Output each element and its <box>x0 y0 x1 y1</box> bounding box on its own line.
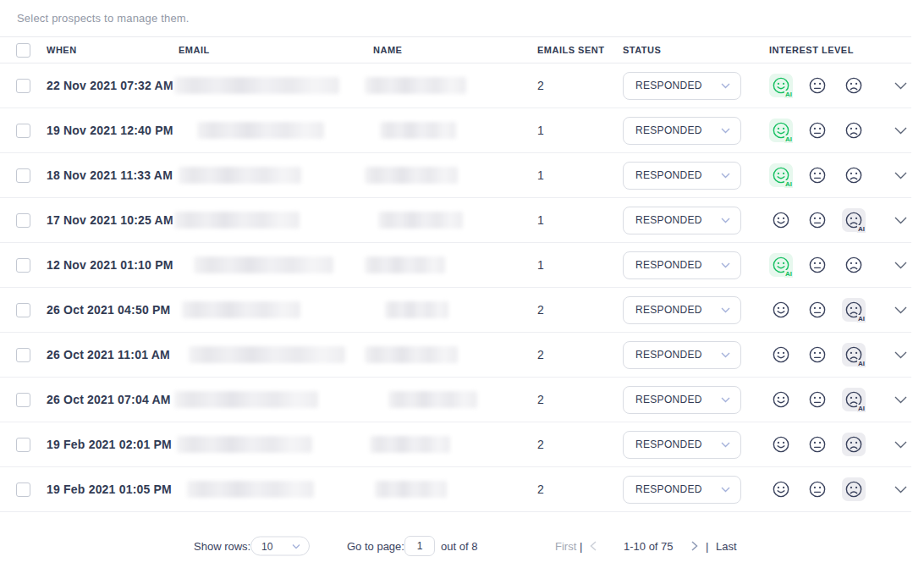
table-header-row: WHEN EMAIL NAME EMAILS SENT STATUS INTER… <box>0 36 911 63</box>
chevron-down-icon <box>292 543 300 549</box>
status-dropdown[interactable]: RESPONDED <box>623 251 741 279</box>
status-dropdown[interactable]: RESPONDED <box>623 162 741 190</box>
table-row: 26 Oct 2021 07:04 AM 2 RESPONDED AI <box>0 378 911 422</box>
page-subtitle: Select prospects to manage them. <box>17 12 190 25</box>
page-number-input[interactable] <box>404 536 435 556</box>
neutral-icon[interactable]: AI <box>806 433 829 456</box>
row-checkbox[interactable] <box>16 168 30 183</box>
next-page-icon[interactable] <box>691 541 698 551</box>
interested-icon[interactable]: AI <box>769 343 793 367</box>
interested-icon[interactable]: AI <box>769 163 793 187</box>
table-row: 12 Nov 2021 01:10 PM 1 RESPONDED AI <box>0 243 911 288</box>
previous-page-icon[interactable] <box>590 541 597 551</box>
interested-icon[interactable]: AI <box>769 119 793 142</box>
interested-icon[interactable]: AI <box>769 253 793 277</box>
emails-sent-cell: 2 <box>537 303 544 317</box>
status-value: RESPONDED <box>635 483 702 495</box>
not-interested-icon[interactable]: AI <box>842 208 866 232</box>
emails-sent-cell: 2 <box>537 393 544 406</box>
interested-icon[interactable]: AI <box>769 208 793 232</box>
chevron-down-icon <box>721 173 730 179</box>
rows-per-page-dropdown[interactable]: 10 <box>250 537 310 556</box>
row-checkbox[interactable] <box>16 348 30 362</box>
status-dropdown[interactable]: RESPONDED <box>623 341 741 369</box>
not-interested-icon[interactable]: AI <box>842 163 866 187</box>
redacted-name <box>375 481 447 498</box>
row-checkbox[interactable] <box>16 213 30 228</box>
table-row: 17 Nov 2021 10:25 AM 1 RESPONDED AI <box>0 198 911 243</box>
status-dropdown[interactable]: RESPONDED <box>623 386 741 414</box>
status-dropdown[interactable]: RESPONDED <box>623 72 741 100</box>
row-checkbox[interactable] <box>16 393 30 407</box>
not-interested-icon[interactable]: AI <box>842 343 866 367</box>
first-page-button[interactable]: First <box>555 540 576 553</box>
redacted-email <box>174 391 318 408</box>
ai-badge: AI <box>857 360 866 367</box>
select-all-checkbox[interactable] <box>16 43 30 58</box>
neutral-icon[interactable]: AI <box>806 253 829 277</box>
column-header-status: STATUS <box>623 45 767 55</box>
not-interested-icon[interactable]: AI <box>842 119 866 142</box>
row-checkbox[interactable] <box>16 438 30 452</box>
not-interested-icon[interactable]: AI <box>842 433 866 456</box>
redacted-name <box>370 436 450 453</box>
neutral-icon[interactable]: AI <box>806 119 829 142</box>
neutral-icon[interactable]: AI <box>806 298 829 322</box>
when-cell: 22 Nov 2021 07:32 AM <box>47 79 173 92</box>
status-dropdown[interactable]: RESPONDED <box>623 296 741 324</box>
interested-icon[interactable]: AI <box>769 388 793 411</box>
expand-row-icon[interactable] <box>894 396 907 404</box>
neutral-icon[interactable]: AI <box>806 208 829 232</box>
expand-row-icon[interactable] <box>894 262 907 269</box>
when-cell: 19 Feb 2021 01:05 PM <box>47 483 172 496</box>
neutral-icon[interactable]: AI <box>806 388 829 411</box>
ai-badge: AI <box>784 91 793 98</box>
neutral-icon[interactable]: AI <box>806 74 829 97</box>
not-interested-icon[interactable]: AI <box>842 388 866 411</box>
not-interested-icon[interactable]: AI <box>842 477 866 501</box>
interested-icon[interactable]: AI <box>769 477 793 501</box>
neutral-icon[interactable]: AI <box>806 163 829 187</box>
neutral-icon[interactable]: AI <box>806 343 829 367</box>
expand-row-icon[interactable] <box>894 306 907 314</box>
row-checkbox[interactable] <box>16 79 30 93</box>
not-interested-icon[interactable]: AI <box>842 74 866 97</box>
expand-row-icon[interactable] <box>894 441 907 449</box>
not-interested-icon[interactable]: AI <box>842 298 866 322</box>
row-checkbox[interactable] <box>16 124 30 138</box>
pagination-range: 1-10 of 75 <box>624 540 674 553</box>
row-checkbox[interactable] <box>16 258 30 273</box>
expand-row-icon[interactable] <box>894 217 907 224</box>
interested-icon[interactable]: AI <box>769 433 793 456</box>
table-row: 22 Nov 2021 07:32 AM 2 RESPONDED AI <box>0 63 911 108</box>
interested-icon[interactable]: AI <box>769 298 793 322</box>
chevron-down-icon <box>721 262 730 268</box>
expand-row-icon[interactable] <box>894 351 907 359</box>
status-dropdown[interactable]: RESPONDED <box>623 117 741 145</box>
table-row: 19 Feb 2021 02:01 PM 2 RESPONDED AI <box>0 422 911 467</box>
expand-row-icon[interactable] <box>894 127 907 135</box>
table-footer: Show rows: 10 Go to page: out of 8 First… <box>0 529 924 563</box>
row-checkbox[interactable] <box>16 483 30 497</box>
last-page-button[interactable]: Last <box>716 540 737 553</box>
column-header-email: EMAIL <box>179 45 373 55</box>
when-cell: 26 Oct 2021 11:01 AM <box>47 348 170 361</box>
redacted-name <box>385 301 448 318</box>
expand-row-icon[interactable] <box>894 486 907 494</box>
out-of-label: out of 8 <box>441 540 477 553</box>
status-dropdown[interactable]: RESPONDED <box>623 476 741 504</box>
redacted-email <box>197 122 324 139</box>
when-cell: 26 Oct 2021 04:50 PM <box>47 303 170 317</box>
expand-row-icon[interactable] <box>894 172 907 179</box>
rows-per-page-value: 10 <box>261 540 272 552</box>
when-cell: 19 Feb 2021 02:01 PM <box>47 438 172 451</box>
when-cell: 12 Nov 2021 01:10 PM <box>47 258 173 272</box>
not-interested-icon[interactable]: AI <box>842 253 866 277</box>
status-dropdown[interactable]: RESPONDED <box>623 207 741 234</box>
status-dropdown[interactable]: RESPONDED <box>623 431 741 459</box>
expand-row-icon[interactable] <box>894 82 907 90</box>
interested-icon[interactable]: AI <box>769 74 793 97</box>
neutral-icon[interactable]: AI <box>806 477 829 501</box>
row-checkbox[interactable] <box>16 303 30 317</box>
status-value: RESPONDED <box>635 124 702 136</box>
